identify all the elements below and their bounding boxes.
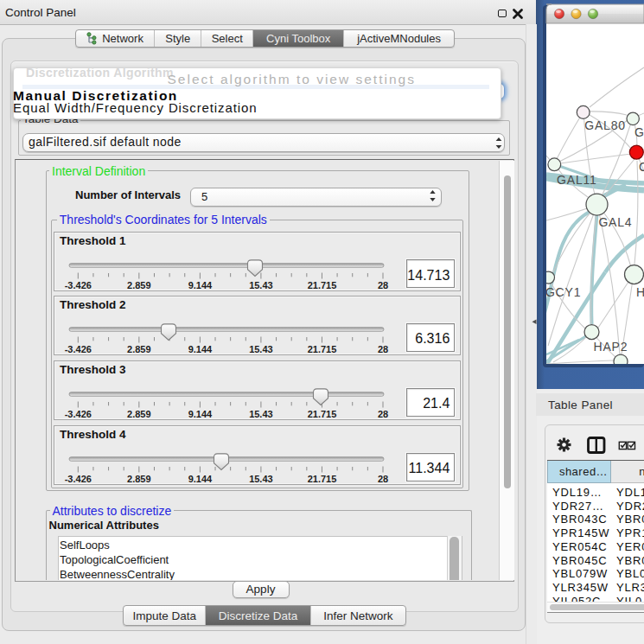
svg-text:CY: CY xyxy=(639,160,644,174)
svg-text:-3.426: -3.426 xyxy=(65,280,92,290)
svg-text:GAL80: GAL80 xyxy=(584,118,626,132)
svg-text:21.715: 21.715 xyxy=(308,473,337,483)
svg-text:15.43: 15.43 xyxy=(249,473,273,483)
svg-text:28: 28 xyxy=(378,280,388,290)
svg-text:28: 28 xyxy=(378,473,388,483)
svg-text:GAL4: GAL4 xyxy=(598,215,632,229)
svg-text:15.43: 15.43 xyxy=(249,280,273,290)
svg-text:GAL11: GAL11 xyxy=(557,173,597,187)
svg-text:9.144: 9.144 xyxy=(188,280,213,290)
svg-text:2.859: 2.859 xyxy=(127,473,151,483)
svg-text:9.144: 9.144 xyxy=(188,343,213,354)
svg-text:2.859: 2.859 xyxy=(127,408,151,418)
svg-text:2.859: 2.859 xyxy=(127,280,151,290)
svg-text:15.43: 15.43 xyxy=(249,408,273,418)
svg-text:15.43: 15.43 xyxy=(249,343,273,354)
svg-text:21.715: 21.715 xyxy=(308,343,337,354)
svg-text:28: 28 xyxy=(378,408,388,418)
svg-text:2.859: 2.859 xyxy=(127,343,151,354)
svg-text:-3.426: -3.426 xyxy=(65,473,92,483)
svg-text:9.144: 9.144 xyxy=(188,473,213,483)
svg-text:H: H xyxy=(636,285,644,299)
svg-text:GCY1: GCY1 xyxy=(545,285,581,299)
svg-text:-3.426: -3.426 xyxy=(65,343,92,354)
svg-text:28: 28 xyxy=(378,343,388,354)
svg-text:9.144: 9.144 xyxy=(188,408,213,418)
svg-text:HAP2: HAP2 xyxy=(594,340,628,354)
svg-text:21.715: 21.715 xyxy=(308,280,337,290)
svg-text:21.715: 21.715 xyxy=(308,408,337,418)
svg-text:GAL: GAL xyxy=(634,125,644,139)
svg-text:-3.426: -3.426 xyxy=(65,408,92,418)
